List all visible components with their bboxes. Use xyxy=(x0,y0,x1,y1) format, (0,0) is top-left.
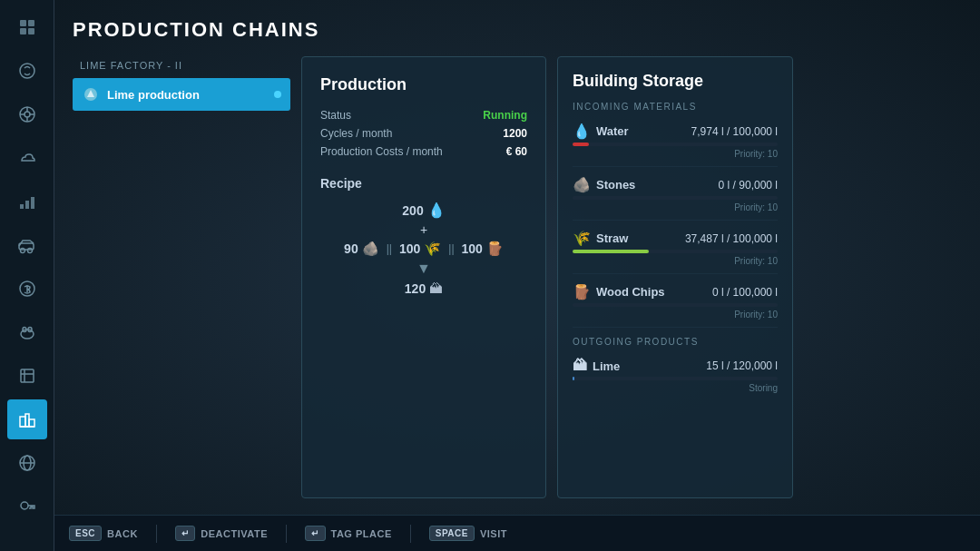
woodchips-row: 🪵 Wood Chips 0 l / 100,000 l xyxy=(573,283,778,300)
storage-item-straw: 🌾 Straw 37,487 l / 100,000 l Priority: 1… xyxy=(573,230,778,274)
svg-rect-2 xyxy=(20,28,26,34)
sidebar-item-animals[interactable] xyxy=(7,312,47,352)
sidebar-item-vehicles[interactable] xyxy=(7,225,47,265)
svg-point-4 xyxy=(20,64,34,78)
sidebar-item-wheel[interactable] xyxy=(7,94,47,134)
stones-icon: 🪨 xyxy=(362,241,379,257)
stones-amount: 0 l / 90,000 l xyxy=(719,179,778,192)
production-title: Production xyxy=(320,75,527,94)
recipe-inputs-row: 90 🪨 || 100 🌾 || 100 🪵 xyxy=(344,241,504,257)
lime-progress-fill xyxy=(573,377,574,380)
straw-name: 🌾 Straw xyxy=(573,230,628,247)
status-value: Running xyxy=(483,109,527,122)
back-label: BACK xyxy=(107,528,138,539)
woodchips-icon: 🪵 xyxy=(486,241,504,257)
input2-amount: 90 xyxy=(344,241,358,256)
svg-rect-1 xyxy=(28,20,34,26)
water-label: Water xyxy=(596,124,629,138)
sep2: || xyxy=(448,242,454,255)
toolbar-deactivate[interactable]: ↵ DEACTIVATE xyxy=(175,526,268,541)
toolbar-visit[interactable]: SPACE VISIT xyxy=(429,526,507,541)
cycles-value: 1200 xyxy=(503,127,527,140)
water-progress-bg xyxy=(573,143,778,146)
svg-point-6 xyxy=(24,112,30,117)
recipe-section: Recipe 200 💧 + 90 🪨 || 100 🌾 xyxy=(320,176,527,296)
svg-rect-21 xyxy=(21,369,34,382)
lime-out-icon: 🏔 xyxy=(429,280,443,296)
lime-storage-icon: 🏔 xyxy=(573,358,587,374)
straw-storage-icon: 🌾 xyxy=(573,230,591,247)
page-title: PRODUCTION CHAINS xyxy=(73,18,962,42)
cycles-label: Cycles / month xyxy=(320,127,392,140)
water-name: 💧 Water xyxy=(573,123,629,140)
woodchips-priority: Priority: 10 xyxy=(573,310,778,320)
svg-rect-3 xyxy=(28,28,34,34)
straw-label: Straw xyxy=(596,231,628,245)
water-row: 💧 Water 7,974 l / 100,000 l xyxy=(573,123,778,140)
sidebar-item-map[interactable] xyxy=(7,7,47,47)
storage-item-water: 💧 Water 7,974 l / 100,000 l Priority: 10 xyxy=(573,123,778,167)
production-panel: Production Status Running Cycles / month… xyxy=(301,56,546,498)
sidebar-item-expeditions[interactable] xyxy=(7,356,47,396)
deactivate-label: DEACTIVATE xyxy=(201,528,268,539)
straw-row: 🌾 Straw 37,487 l / 100,000 l xyxy=(573,230,778,247)
recipe-plus: + xyxy=(420,222,427,237)
sep1: || xyxy=(387,242,392,255)
svg-point-15 xyxy=(20,249,24,253)
chains-subtitle: LIME FACTORY - II xyxy=(73,56,290,74)
svg-rect-11 xyxy=(20,204,24,209)
water-progress-fill xyxy=(573,143,589,146)
input1-amount: 200 xyxy=(402,203,423,218)
space-key: SPACE xyxy=(429,526,475,541)
content-row: LIME FACTORY - II Lime production Produc… xyxy=(73,56,962,498)
toolbar-divider-1 xyxy=(156,525,157,543)
lime-amount: 15 l / 120,000 l xyxy=(706,359,778,372)
toolbar-tagplace[interactable]: ↵ TAG PLACE xyxy=(305,526,392,541)
svg-rect-26 xyxy=(29,419,34,427)
chain-item-lime[interactable]: Lime production xyxy=(73,78,290,111)
sidebar-item-finance[interactable] xyxy=(7,269,47,309)
incoming-header: INCOMING MATERIALS xyxy=(573,102,778,115)
woodchips-name: 🪵 Wood Chips xyxy=(573,283,665,300)
storage-item-stones: 🪨 Stones 0 l / 90,000 l Priority: 10 xyxy=(573,176,778,221)
tagplace-label: TAG PLACE xyxy=(331,528,392,539)
status-row: Status Running xyxy=(320,109,527,122)
straw-priority: Priority: 10 xyxy=(573,256,778,266)
straw-icon: 🌾 xyxy=(424,241,441,257)
lime-label: Lime xyxy=(593,359,620,373)
stones-name: 🪨 Stones xyxy=(573,176,635,193)
costs-label: Production Costs / month xyxy=(320,145,443,158)
enter-key-2: ↵ xyxy=(305,526,326,541)
svg-rect-0 xyxy=(20,20,26,26)
sidebar-item-production[interactable] xyxy=(7,399,47,439)
toolbar-divider-2 xyxy=(286,525,287,543)
storage-title: Building Storage xyxy=(573,72,778,91)
stones-priority: Priority: 10 xyxy=(573,202,778,212)
chain-item-active-dot xyxy=(274,91,281,98)
svg-rect-24 xyxy=(20,417,25,427)
sidebar xyxy=(0,0,54,551)
input3-amount: 100 xyxy=(399,241,420,256)
straw-progress-fill xyxy=(573,250,649,253)
svg-rect-13 xyxy=(31,197,34,209)
woodchips-progress-bg xyxy=(573,303,778,307)
costs-row: Production Costs / month € 60 xyxy=(320,145,527,158)
output-amount: 120 xyxy=(405,281,426,296)
water-storage-icon: 💧 xyxy=(573,123,591,140)
recipe-arrow: ▼ xyxy=(416,261,431,277)
woodchips-label: Wood Chips xyxy=(596,285,665,299)
stones-label: Stones xyxy=(596,178,635,192)
toolbar-divider-3 xyxy=(410,525,411,543)
toolbar-back[interactable]: ESC BACK xyxy=(69,526,138,541)
sidebar-item-stats[interactable] xyxy=(7,182,47,221)
woodchips-storage-icon: 🪵 xyxy=(573,283,591,300)
stones-storage-icon: 🪨 xyxy=(573,176,591,193)
sidebar-item-region[interactable] xyxy=(7,443,47,483)
storage-panel: Building Storage INCOMING MATERIALS 💧 Wa… xyxy=(557,56,793,498)
sidebar-item-trade[interactable] xyxy=(7,51,47,91)
svg-point-16 xyxy=(27,249,32,253)
storage-item-woodchips: 🪵 Wood Chips 0 l / 100,000 l Priority: 1… xyxy=(573,283,778,328)
sidebar-item-key[interactable] xyxy=(7,487,47,526)
sidebar-item-weather[interactable] xyxy=(7,138,47,178)
enter-key-1: ↵ xyxy=(175,526,196,541)
